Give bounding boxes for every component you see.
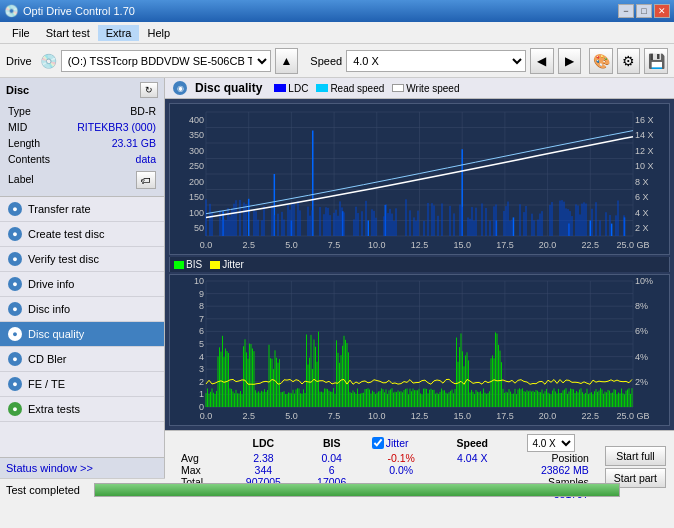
test-completed-text: Test completed — [6, 484, 86, 496]
length-label: Length — [8, 136, 59, 150]
app-title: Opti Drive Control 1.70 — [23, 5, 135, 17]
sidebar-item-fe-te[interactable]: ● FE / TE — [0, 372, 164, 397]
save-button[interactable]: 💾 — [644, 48, 668, 74]
cd-bler-label: CD Bler — [28, 353, 67, 365]
jitter-check-cell: Jitter — [364, 434, 439, 452]
progress-bar — [95, 484, 619, 496]
chart-header: ◉ Disc quality LDC Read speed Write spee… — [165, 78, 674, 99]
max-ldc: 344 — [227, 464, 299, 476]
disc-header: Disc ↻ — [6, 82, 158, 98]
jitter-checkbox-area: Jitter — [372, 437, 431, 449]
avg-speed: 4.04 X — [439, 452, 506, 464]
bis-label: BIS — [186, 259, 202, 270]
ldc-chart — [169, 103, 670, 255]
charts-area: BIS Jitter — [165, 99, 674, 430]
titlebar: 💿 Opti Drive Control 1.70 − □ ✕ — [0, 0, 674, 22]
menu-file[interactable]: File — [4, 25, 38, 41]
sidebar-item-drive-info[interactable]: ● Drive info — [0, 272, 164, 297]
minimize-button[interactable]: − — [618, 4, 634, 18]
extra-tests-label: Extra tests — [28, 403, 80, 415]
legend-bis: BIS — [174, 259, 202, 270]
label-value: 🏷 — [61, 168, 156, 190]
sidebar: Disc ↻ Type BD-R MID RITEKBR3 (000) Leng… — [0, 78, 165, 478]
disc-label-button[interactable]: 🏷 — [136, 171, 156, 189]
toolbar: Drive 💿 (O:) TSSTcorp BDDVDW SE-506CB TS… — [0, 44, 674, 78]
menu-help[interactable]: Help — [139, 25, 178, 41]
next-button[interactable]: ▶ — [558, 48, 582, 74]
jitter-checkbox[interactable] — [372, 437, 384, 449]
sidebar-item-disc-info[interactable]: ● Disc info — [0, 297, 164, 322]
ldc-header: LDC — [227, 434, 299, 452]
drive-select[interactable]: (O:) TSSTcorp BDDVDW SE-506CB TS02 — [61, 50, 271, 72]
mid-label: MID — [8, 120, 59, 134]
stats-speed-select[interactable]: 4.0 X — [527, 434, 575, 452]
app-icon: 💿 — [4, 4, 19, 18]
transfer-rate-label: Transfer rate — [28, 203, 91, 215]
length-value: 23.31 GB — [61, 136, 156, 150]
disc-quality-label: Disc quality — [28, 328, 84, 340]
jitter-check-label: Jitter — [386, 437, 409, 449]
sidebar-status: Status window >> — [0, 457, 164, 478]
sidebar-item-cd-bler[interactable]: ● CD Bler — [0, 347, 164, 372]
content-area: ◉ Disc quality LDC Read speed Write spee… — [165, 78, 674, 478]
menubar: File Start test Extra Help — [0, 22, 674, 44]
prev-button[interactable]: ◀ — [530, 48, 554, 74]
speed-header: Speed — [439, 434, 506, 452]
jitter-color — [210, 261, 220, 269]
disc-refresh-button[interactable]: ↻ — [140, 82, 158, 98]
app-title-area: 💿 Opti Drive Control 1.70 — [4, 4, 135, 18]
speed-label: Speed — [310, 55, 342, 67]
drive-icon: 💿 — [40, 53, 57, 69]
sidebar-item-verify-test-disc[interactable]: ● Verify test disc — [0, 247, 164, 272]
bottom-chart-canvas — [170, 275, 669, 425]
legend-ldc: LDC — [274, 83, 308, 94]
type-label: Type — [8, 104, 59, 118]
drive-info-label: Drive info — [28, 278, 74, 290]
gear-button[interactable]: ⚙ — [617, 48, 641, 74]
sidebar-nav: ● Transfer rate ● Create test disc ● Ver… — [0, 197, 164, 457]
type-value: BD-R — [61, 104, 156, 118]
max-bis: 6 — [300, 464, 364, 476]
write-speed-color — [392, 84, 404, 92]
sidebar-item-extra-tests[interactable]: ● Extra tests — [0, 397, 164, 422]
cd-bler-icon: ● — [8, 352, 22, 366]
bis-header: BIS — [300, 434, 364, 452]
avg-label: Avg — [173, 452, 227, 464]
sidebar-item-disc-quality[interactable]: ● Disc quality — [0, 322, 164, 347]
sidebar-item-transfer-rate[interactable]: ● Transfer rate — [0, 197, 164, 222]
top-chart-canvas — [170, 104, 669, 254]
menu-extra[interactable]: Extra — [98, 25, 140, 41]
empty-cell — [173, 434, 227, 452]
sidebar-item-create-test-disc[interactable]: ● Create test disc — [0, 222, 164, 247]
palette-button[interactable]: 🎨 — [589, 48, 613, 74]
fe-te-icon: ● — [8, 377, 22, 391]
ldc-label: LDC — [288, 83, 308, 94]
close-button[interactable]: ✕ — [654, 4, 670, 18]
chart-title: Disc quality — [195, 81, 262, 95]
max-jitter: 0.0% — [364, 464, 439, 476]
start-full-button[interactable]: Start full — [605, 446, 666, 466]
drive-label: Drive — [6, 55, 32, 67]
eject-button[interactable]: ▲ — [275, 48, 299, 74]
drive-info-icon: ● — [8, 277, 22, 291]
verify-test-disc-label: Verify test disc — [28, 253, 99, 265]
avg-ldc: 2.38 — [227, 452, 299, 464]
legend-read-speed: Read speed — [316, 83, 384, 94]
progress-container — [94, 483, 620, 497]
verify-test-disc-icon: ● — [8, 252, 22, 266]
menu-start-test[interactable]: Start test — [38, 25, 98, 41]
disc-info-label: Disc info — [28, 303, 70, 315]
maximize-button[interactable]: □ — [636, 4, 652, 18]
jitter-label: Jitter — [222, 259, 244, 270]
status-window-label[interactable]: Status window >> — [6, 462, 93, 474]
read-speed-label: Read speed — [330, 83, 384, 94]
bis-color — [174, 261, 184, 269]
label-label: Label — [8, 168, 59, 190]
avg-bis: 0.04 — [300, 452, 364, 464]
fe-te-label: FE / TE — [28, 378, 65, 390]
bis-chart — [169, 274, 670, 426]
disc-info-icon: ● — [8, 302, 22, 316]
read-speed-color — [316, 84, 328, 92]
speed-select[interactable]: 4.0 X Max 1.0 X 2.0 X 6.0 X — [346, 50, 526, 72]
create-test-disc-label: Create test disc — [28, 228, 104, 240]
